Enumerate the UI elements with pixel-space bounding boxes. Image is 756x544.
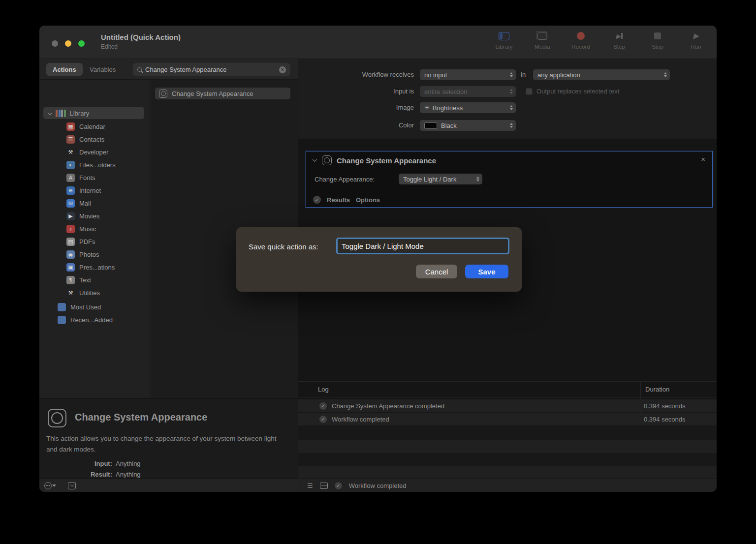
chevron-down-icon (70, 483, 73, 486)
action-result-item[interactable]: Change System Appearance (155, 88, 290, 99)
output-replaces-checkbox (526, 88, 533, 95)
toolbar-library-button[interactable]: Library (490, 30, 518, 50)
folder-icon (58, 316, 66, 324)
sidebar-item-calendar[interactable]: ▦ Calendar (39, 120, 150, 133)
sidebar-item-mail[interactable]: ✉ Mail (39, 197, 150, 210)
image-label: Image (298, 102, 414, 113)
save-button[interactable]: Save (465, 265, 508, 278)
log-list-icon[interactable]: ☰ (307, 482, 313, 489)
color-select[interactable]: Black (420, 120, 516, 131)
search-field[interactable] (133, 63, 290, 76)
text-icon: ¶ (66, 276, 75, 284)
minimize-button[interactable] (65, 40, 71, 47)
action-description-panel: Change System Appearance This action all… (39, 398, 298, 479)
results-tab[interactable]: Results (327, 196, 350, 204)
sidebar-item-internet[interactable]: ⊕ Internet (39, 184, 150, 197)
description-input-row: Input: Anything (39, 460, 187, 467)
workflow-status-bar: ☰ Workflow completed (298, 479, 717, 492)
popup-arrows-icon (506, 123, 513, 128)
library-toolbar: Actions Variables (39, 59, 298, 80)
sidebar-item-pdfs[interactable]: ▤ PDFs (39, 235, 150, 248)
sidebar-item-most-used[interactable]: Most Used (39, 301, 150, 313)
chevron-down-icon (52, 484, 56, 487)
library-icon (499, 30, 509, 41)
tab-actions[interactable]: Actions (46, 63, 83, 76)
application-select[interactable]: any application (533, 69, 670, 80)
change-appearance-label: Change Appearance: (315, 176, 375, 183)
toolbar-media-button[interactable]: Media (529, 30, 556, 50)
clear-search-icon[interactable] (279, 66, 286, 73)
library-sidebar: Library ▦ Calendar ☰ Contacts ⚒ Develope… (39, 80, 150, 398)
check-circle-icon (319, 416, 327, 423)
log-row[interactable]: Workflow completed 0.394 seconds (298, 413, 717, 425)
stop-icon (654, 30, 661, 41)
pdf-icon: ▤ (66, 238, 75, 246)
sidebar-item-photos[interactable]: ◉ Photos (39, 248, 150, 261)
search-icon (137, 67, 142, 72)
in-label: in (521, 69, 531, 80)
workflow-receives-label: Workflow receives (298, 69, 414, 80)
collapse-chevron-icon[interactable] (313, 157, 317, 162)
sidebar-item-developer[interactable]: ⚒ Developer (39, 146, 150, 158)
toolbar-run-button[interactable]: ▶ Run (682, 30, 710, 50)
split-view-icon[interactable] (320, 483, 328, 489)
chevron-down-icon[interactable] (48, 110, 53, 115)
workflow-status-text: Workflow completed (349, 482, 407, 489)
cancel-button[interactable]: Cancel (416, 265, 457, 278)
sidebar-item-contacts[interactable]: ☰ Contacts (39, 133, 150, 146)
sidebar-item-text[interactable]: ¶ Text (39, 273, 150, 286)
log-row-empty (298, 425, 717, 440)
tab-variables[interactable]: Variables (90, 63, 116, 76)
workflow-settings-panel: Workflow receives no input in any applic… (298, 59, 717, 139)
toolbar-record-button[interactable]: Record (567, 30, 595, 50)
utilities-icon: ⚒ (66, 289, 75, 297)
panel-toggle-button[interactable] (68, 482, 76, 489)
log-row-empty (298, 440, 717, 453)
quick-action-name-input[interactable] (338, 239, 508, 253)
check-circle-icon (313, 196, 321, 204)
description-result-row: Result: Anything (39, 471, 187, 478)
calendar-icon: ▦ (66, 122, 75, 131)
sidebar-item-fonts[interactable]: A Fonts (39, 171, 150, 184)
titlebar: Untitled (Quick Action) Edited Library M… (39, 26, 717, 59)
globe-icon: ⊕ (66, 186, 75, 195)
options-tab[interactable]: Options (356, 196, 380, 204)
sidebar-item-utilities[interactable]: ⚒ Utilities (39, 286, 150, 299)
sidebar-item-library[interactable]: Library (43, 107, 144, 119)
ellipsis-circle-icon (44, 482, 52, 489)
remove-action-icon[interactable]: × (701, 155, 705, 163)
contacts-icon: ☰ (66, 135, 75, 144)
sidebar-item-recently-added[interactable]: Recen...Added (39, 313, 150, 326)
media-icon (537, 30, 547, 41)
output-replaces-label: Output replaces selected text (536, 86, 684, 97)
save-as-label: Save quick action as: (249, 242, 318, 251)
change-appearance-icon (48, 409, 66, 427)
popup-arrows-icon (506, 72, 513, 78)
sidebar-item-presentations[interactable]: ▣ Pres...ations (39, 261, 150, 273)
sidebar-item-movies[interactable]: ▶ Movies (39, 210, 150, 222)
duration-column-header: Duration (645, 386, 669, 393)
photos-icon: ◉ (66, 250, 75, 259)
popup-arrows-icon (506, 105, 513, 111)
more-options-button[interactable] (44, 482, 56, 489)
zoom-button[interactable] (78, 40, 85, 47)
change-appearance-select[interactable]: Toggle Light / Dark (399, 174, 482, 184)
search-input[interactable] (145, 66, 276, 73)
image-select[interactable]: ☀ Brightness (420, 102, 516, 113)
log-row-empty (298, 466, 717, 479)
music-icon: ♪ (66, 225, 75, 233)
check-circle-icon (335, 482, 342, 489)
left-status-bar (39, 479, 298, 492)
action-block-change-system-appearance[interactable]: Change System Appearance × Change Appear… (306, 151, 713, 208)
toolbar-stop-button[interactable]: Stop (644, 30, 671, 50)
sidebar-item-music[interactable]: ♪ Music (39, 222, 150, 235)
check-circle-icon (319, 402, 327, 410)
description-body: This action allows you to change the app… (46, 433, 285, 454)
toolbar-step-button[interactable]: ▶ Step (605, 30, 633, 50)
sidebar-item-files-folders[interactable]: ◐ Files...olders (39, 158, 150, 171)
log-row[interactable]: Change System Appearance completed 0.394… (298, 399, 717, 412)
close-button[interactable] (52, 40, 58, 47)
workflow-receives-select[interactable]: no input (420, 69, 516, 80)
mail-icon: ✉ (66, 199, 75, 208)
save-quick-action-dialog: Save quick action as: Cancel Save (236, 227, 522, 292)
